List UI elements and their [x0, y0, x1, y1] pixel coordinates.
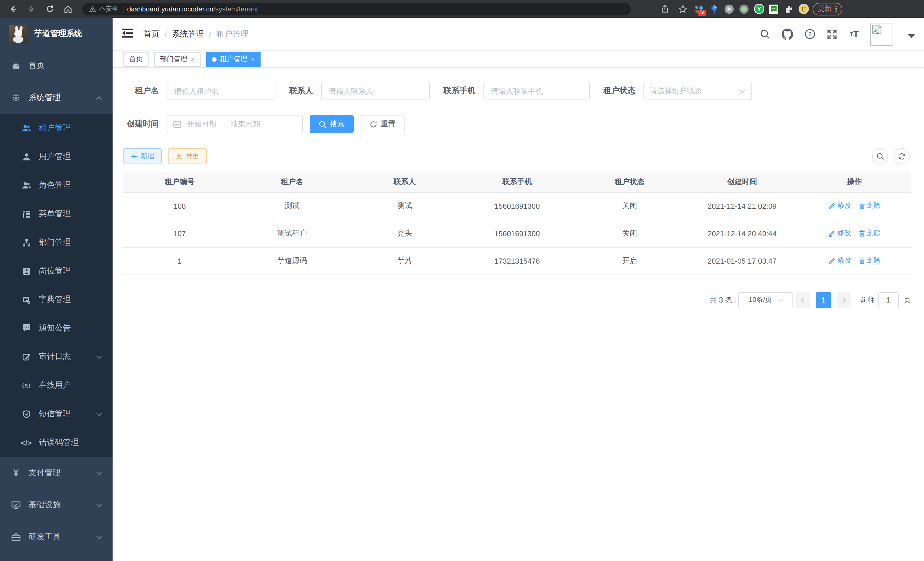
browser-back-icon[interactable]	[6, 2, 21, 16]
chevron-down-icon	[740, 87, 746, 93]
mobile-input[interactable]	[483, 82, 590, 100]
browser-forward-icon[interactable]	[24, 2, 39, 16]
delete-link[interactable]: 删除	[859, 229, 880, 238]
breadcrumb-home[interactable]: 首页	[143, 29, 159, 39]
extension-command-icon[interactable]: ⌘	[723, 3, 735, 15]
sidebar-item-online-user[interactable]: 在线用户	[0, 371, 112, 400]
sidebar-item-menu[interactable]: 菜单管理	[0, 200, 112, 228]
svg-text:?: ?	[808, 31, 812, 37]
edit-link[interactable]: 修改	[829, 256, 851, 266]
prev-page-button[interactable]	[795, 292, 810, 308]
sidebar-item-system[interactable]: 系统管理	[0, 82, 112, 114]
avatar-dropdown-caret-icon[interactable]	[908, 34, 915, 38]
sidebar-item-role[interactable]: 角色管理	[0, 171, 112, 200]
search-icon[interactable]	[759, 28, 771, 40]
refresh-table-button[interactable]	[894, 148, 910, 164]
sidebar-item-tenant[interactable]: 租户管理	[0, 114, 112, 142]
status-select[interactable]: 请选择租户状态	[644, 82, 752, 100]
sidebar-item-pay[interactable]: ¥ 支付管理	[0, 457, 112, 489]
col-actions: 操作	[798, 171, 911, 192]
sidebar-item-audit-log[interactable]: 审计日志	[0, 343, 112, 371]
extension-tag-manager-icon[interactable]: 10	[694, 3, 705, 15]
sidebar-item-infra[interactable]: 基础设施	[0, 489, 112, 521]
edit-link[interactable]: 修改	[829, 201, 851, 211]
sidebar-item-home[interactable]: 首页	[0, 50, 112, 82]
security-warning-icon[interactable]: 不安全	[89, 5, 118, 13]
extension-recorder-icon[interactable]	[738, 3, 750, 15]
close-icon[interactable]: ×	[191, 55, 195, 63]
svg-text:Y: Y	[757, 6, 761, 12]
post-badge-icon	[22, 266, 31, 276]
sidebar-item-user[interactable]: 用户管理	[0, 142, 112, 171]
github-icon[interactable]	[781, 28, 794, 40]
extension-y-icon[interactable]: Y	[753, 3, 765, 15]
help-icon[interactable]: ?	[803, 28, 816, 40]
extensions-puzzle-icon[interactable]	[783, 3, 794, 15]
calendar-icon	[173, 120, 181, 128]
col-status: 租户状态	[573, 171, 686, 192]
sms-shield-icon	[22, 409, 31, 419]
address-bar[interactable]: 不安全 dashboard.yudao.iocoder.cn/system/te…	[82, 3, 631, 15]
tab-dept[interactable]: 部门管理×	[154, 52, 201, 67]
browser-update-button[interactable]: 更新	[813, 3, 842, 15]
sidebar-item-dept[interactable]: 部门管理	[0, 228, 112, 257]
user-avatar[interactable]	[870, 23, 893, 45]
sidebar-item-sms[interactable]: 短信管理	[0, 400, 112, 428]
app-logo[interactable]: 芋道管理系统	[0, 18, 112, 50]
reset-button[interactable]: 重置	[361, 115, 405, 133]
add-button[interactable]: 新增	[123, 148, 162, 164]
error-code-icon: </>	[22, 438, 31, 447]
sidebar-fold-icon[interactable]	[122, 28, 133, 40]
sidebar-item-label: 部门管理	[39, 237, 71, 248]
page-number-1[interactable]: 1	[816, 292, 831, 308]
dev-tools-icon	[11, 532, 21, 541]
tenant-name-label: 租户名	[123, 86, 159, 96]
sidebar-item-error-code[interactable]: </> 错误码管理	[0, 428, 112, 457]
sidebar-item-dict[interactable]: 字典管理	[0, 285, 112, 314]
browser-home-icon[interactable]	[61, 2, 75, 16]
search-icon	[876, 152, 884, 160]
font-size-icon[interactable]: TT	[848, 28, 861, 40]
tab-home[interactable]: 首页	[123, 52, 148, 67]
share-icon[interactable]	[657, 2, 672, 16]
extension-chat-icon[interactable]	[768, 3, 779, 15]
tenant-name-input[interactable]	[167, 82, 275, 100]
goto-page-input[interactable]	[878, 292, 899, 308]
update-label: 更新	[818, 4, 831, 14]
close-icon[interactable]: ×	[251, 55, 255, 63]
edit-link[interactable]: 修改	[829, 229, 851, 238]
create-time-range-picker[interactable]: 开始日期 - 结束日期	[167, 115, 303, 133]
delete-link[interactable]: 删除	[859, 256, 880, 266]
sidebar-item-label: 支付管理	[28, 468, 61, 478]
bookmark-star-icon[interactable]	[675, 2, 690, 16]
extension-kite-icon[interactable]	[709, 3, 720, 15]
browser-reload-icon[interactable]	[42, 2, 57, 16]
delete-link[interactable]: 删除	[859, 201, 880, 211]
status-label: 租户状态	[603, 86, 635, 96]
goto-label: 前往	[860, 295, 875, 305]
breadcrumb-system[interactable]: 系统管理	[172, 29, 204, 39]
end-date-placeholder: 结束日期	[231, 119, 260, 129]
sidebar-item-label: 菜单管理	[39, 209, 71, 219]
contact-input[interactable]	[321, 82, 430, 100]
download-icon	[176, 153, 182, 159]
tenant-users-icon	[22, 123, 31, 133]
next-page-button[interactable]	[837, 292, 851, 308]
browser-menu-icon[interactable]	[836, 6, 837, 12]
infra-monitor-icon	[11, 500, 21, 510]
export-button[interactable]: 导出	[168, 148, 207, 164]
profile-avatar-icon[interactable]	[798, 3, 809, 15]
sidebar-item-dev-tools[interactable]: 研发工具	[0, 521, 112, 553]
browser-toolbar: 不安全 dashboard.yudao.iocoder.cn/system/te…	[0, 0, 924, 18]
sidebar-item-notice[interactable]: 通知公告	[0, 314, 112, 343]
sidebar-item-post[interactable]: 岗位管理	[0, 257, 112, 285]
tab-tenant[interactable]: 租户管理×	[206, 52, 261, 67]
chevron-down-icon	[96, 501, 102, 507]
fullscreen-icon[interactable]	[826, 28, 838, 40]
search-button[interactable]: 搜索	[310, 115, 354, 133]
toggle-search-button[interactable]	[872, 148, 888, 164]
tags-view: 首页 部门管理× 租户管理×	[112, 51, 924, 68]
sidebar-item-label: 审计日志	[39, 352, 71, 362]
page-size-select[interactable]: 10条/页	[738, 292, 793, 308]
breadcrumb: 首页 / 系统管理 / 租户管理	[143, 29, 249, 39]
